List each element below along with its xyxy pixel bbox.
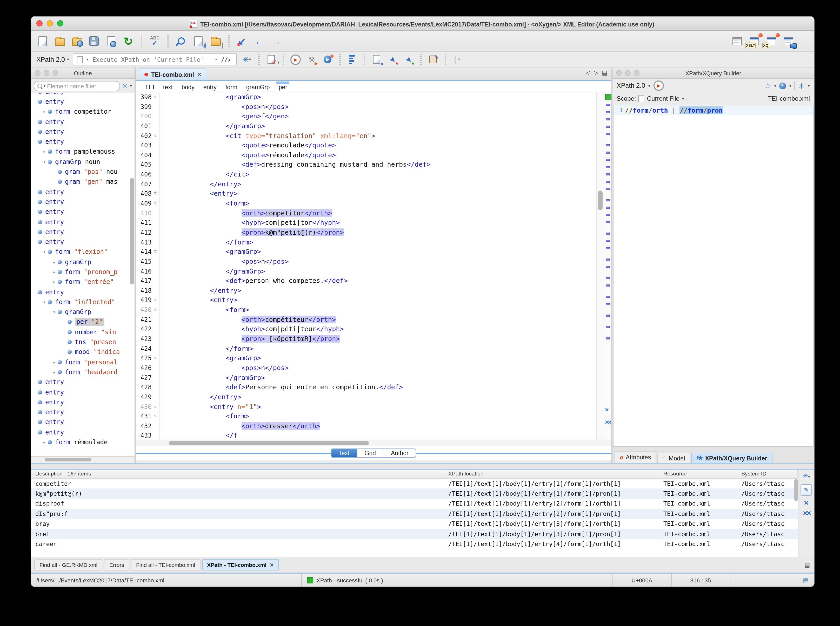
code-line[interactable]: 407 </entry> [136, 180, 597, 189]
dock-tab-find-all-tei-combo-xml[interactable]: Find all - TEI-combo.xml [131, 559, 200, 570]
editor-horizontal-scrollbar[interactable] [136, 440, 611, 446]
find-resource-button[interactable] [209, 35, 222, 47]
forward-button[interactable]: → [270, 35, 283, 47]
breadcrumb-item-text[interactable]: text [163, 83, 173, 90]
expander-icon[interactable]: ▾ [41, 249, 48, 255]
configure-transformation-button[interactable]: ⚒▶ [305, 53, 318, 66]
expander-icon[interactable]: ▸ [51, 360, 58, 365]
xpath-builder-header[interactable]: XPath/XQuery Builder [612, 67, 814, 79]
code-line[interactable]: 402▽ <cit type="translation" xml:lang="e… [136, 131, 597, 141]
result-mark-icon[interactable] [606, 277, 610, 279]
result-mark-icon[interactable] [606, 166, 610, 168]
outline-item[interactable]: entry [31, 407, 135, 417]
result-row[interactable]: breI/TEI[1]/text[1]/body[1]/entry[3]/for… [31, 529, 798, 539]
code-line[interactable]: 429 </entry> [136, 393, 597, 402]
outline-item[interactable]: entry [31, 427, 135, 437]
history-clock-icon[interactable] [779, 82, 786, 89]
highlight-results-button[interactable]: ✎ [801, 484, 812, 496]
result-mark-icon[interactable] [606, 174, 610, 175]
annotation-ruler[interactable]: ✕ ✕✕ [604, 92, 611, 440]
outline-item[interactable]: gram "gen" mas [31, 177, 135, 187]
fold-icon[interactable]: ▽ [152, 402, 159, 412]
code-line[interactable]: 417 <def>person who competes.</def> [136, 276, 597, 286]
result-mark-icon[interactable] [606, 315, 610, 317]
result-mark-icon[interactable] [606, 104, 610, 106]
outline-item[interactable]: entry [31, 237, 135, 247]
results-table-body[interactable]: competitor/TEI[1]/text[1]/body[1]/entry[… [31, 479, 798, 557]
outline-item[interactable]: entry [31, 93, 135, 97]
outline-item[interactable]: ▸form "personal [31, 357, 135, 367]
result-row[interactable]: disproof/TEI[1]/text[1]/body[1]/entry[2]… [31, 499, 798, 509]
results-settings-button[interactable]: ✳ [802, 472, 808, 480]
result-mark-icon[interactable] [606, 133, 610, 135]
code-line[interactable]: 419▽ <entry> [136, 296, 597, 305]
breadcrumb-item-entry[interactable]: entry [203, 83, 217, 90]
result-mark-icon[interactable] [606, 247, 610, 249]
outline-item[interactable]: entry [31, 397, 135, 407]
outline-horizontal-scrollbar[interactable] [31, 456, 135, 463]
ruler-close-icon[interactable]: ✕ [604, 407, 609, 413]
back-button[interactable]: ← [253, 35, 265, 47]
breadcrumb-item-per[interactable]: per [279, 83, 287, 90]
validate-button[interactable]: ✓▾ [265, 53, 277, 66]
outline-item[interactable]: ▸form "pronom_p [31, 267, 135, 277]
expander-icon[interactable]: ▸ [41, 149, 48, 155]
next-modification-button[interactable]: ➤★ [386, 53, 399, 66]
xpath-settings-button[interactable]: ✳▾ [240, 53, 253, 66]
tab-close-button[interactable]: ✕ [197, 72, 201, 77]
result-mark-icon[interactable] [606, 181, 610, 183]
view-tab-author[interactable]: Author [384, 449, 416, 457]
debug-transformation-button[interactable]: ▶ [322, 53, 334, 66]
result-mark-icon[interactable] [606, 214, 610, 216]
code-line[interactable]: 401 </gramGrp> [136, 122, 597, 131]
outline-item[interactable]: entry [31, 187, 135, 197]
result-mark-icon[interactable] [606, 188, 610, 190]
save-button[interactable] [88, 35, 100, 47]
fold-icon[interactable]: ▽ [152, 412, 159, 421]
editor-layout-button[interactable] [731, 35, 743, 47]
expander-icon[interactable]: ▸ [51, 269, 58, 275]
code-line[interactable]: 428 <def>Personne qui entre en compétiti… [136, 383, 597, 392]
tab-close-button[interactable]: ✕ [270, 562, 274, 568]
scroll-tabs-right-button[interactable]: ▷ [594, 70, 598, 76]
result-mark-icon[interactable] [606, 144, 610, 146]
code-line[interactable]: 399 <pos>n</pos> [136, 102, 597, 112]
outline-item[interactable]: entry [31, 287, 135, 297]
result-row[interactable]: dIs"pru:f/TEI[1]/text[1]/body[1]/entry[2… [31, 509, 798, 519]
debug-xquery-button[interactable]: XQ [765, 35, 778, 47]
result-row[interactable]: competitor/TEI[1]/text[1]/body[1]/entry[… [31, 479, 798, 489]
outline-item[interactable]: number "sin [31, 327, 135, 337]
previous-modification-button[interactable]: ➤★ [403, 53, 415, 66]
remove-all-results-button[interactable]: ✕✕ [802, 510, 810, 516]
result-row[interactable]: careen/TEI[1]/text[1]/body[1]/entry[4]/f… [31, 539, 798, 549]
breadcrumb-item-gramGrp[interactable]: gramGrp [246, 83, 270, 90]
code-line[interactable]: 408▽ <entry> [136, 189, 597, 199]
debug-xslt-button[interactable]: XSLT [748, 35, 760, 47]
horizontal-splitter[interactable] [31, 463, 814, 470]
outline-item[interactable]: entry [31, 137, 135, 147]
result-mark-icon[interactable] [606, 118, 610, 121]
outline-item[interactable]: ▸gramGrp [31, 257, 135, 267]
breadcrumb-item-TEI[interactable]: TEI [145, 83, 154, 90]
result-mark-icon[interactable] [606, 337, 610, 340]
result-mark-icon[interactable] [606, 152, 610, 153]
expander-icon[interactable]: ▸ [41, 440, 48, 445]
code-line[interactable]: 426 <pos>n</pos> [136, 363, 597, 373]
save-to-url-button[interactable] [105, 35, 118, 47]
result-mark-icon[interactable] [606, 233, 610, 235]
code-line[interactable]: 414▽ <gramGrp> [136, 247, 597, 257]
fold-icon[interactable]: ▽ [152, 354, 159, 363]
panel-tab-attributes[interactable]: aAttributes [614, 451, 656, 463]
outline-item[interactable]: ▸form pamplemouss [31, 147, 135, 157]
code-line[interactable]: 431▽ <form> [136, 412, 597, 421]
outline-item[interactable]: entry [31, 207, 135, 217]
code-line[interactable]: 415 <pos>n</pos> [136, 257, 597, 266]
outline-panel-header[interactable]: Outline [31, 67, 135, 79]
result-mark-icon[interactable] [606, 207, 610, 209]
scroll-tabs-left-button[interactable]: ◁ [586, 70, 590, 76]
outline-item[interactable]: entry [31, 97, 135, 107]
title-bar[interactable]: TEI-combo.xml [/Users/ttasovac/Developme… [31, 17, 814, 31]
code-line[interactable]: 430▽ <entry n="1"> [136, 402, 597, 412]
result-mark-icon[interactable] [606, 303, 610, 305]
execute-xpath-button[interactable]: ▶ [653, 80, 664, 91]
